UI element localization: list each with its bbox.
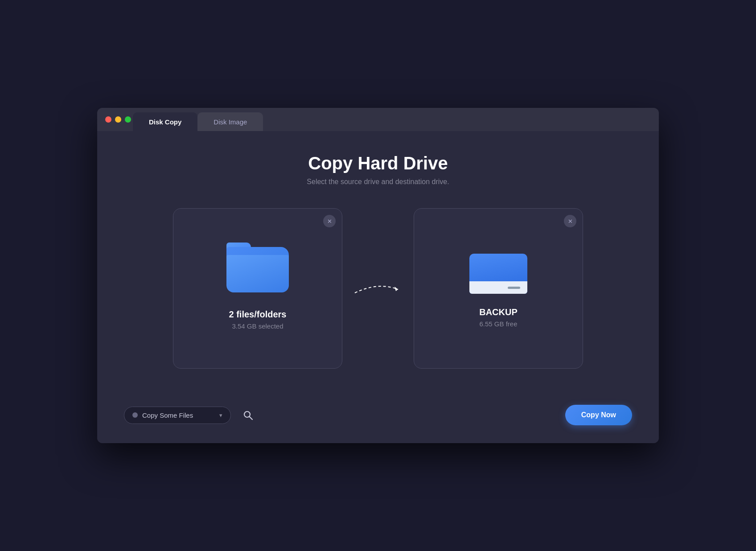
source-close-icon: ✕ — [327, 218, 332, 225]
destination-close-icon: ✕ — [568, 218, 573, 225]
svg-marker-0 — [394, 287, 398, 291]
minimize-button[interactable] — [115, 116, 121, 123]
close-button[interactable] — [105, 116, 111, 123]
drives-row: ✕ 2 files/folders 3.54 GB selected — [124, 208, 632, 369]
source-drive-card: ✕ 2 files/folders 3.54 GB selected — [173, 208, 342, 369]
transfer-arrow — [342, 280, 414, 297]
search-button[interactable] — [238, 405, 258, 425]
page-subtitle: Select the source drive and destination … — [307, 178, 449, 186]
app-window: Disk Copy Disk Image Copy Hard Drive Sel… — [97, 108, 659, 443]
folder-icon — [226, 247, 289, 300]
tab-disk-copy[interactable]: Disk Copy — [133, 112, 197, 131]
traffic-lights — [97, 116, 131, 123]
hdd-icon — [467, 249, 530, 298]
chevron-down-icon: ▾ — [219, 412, 222, 419]
destination-drive-card: ✕ BACKUP 6.55 GB free — [414, 208, 583, 369]
svg-line-2 — [250, 417, 253, 420]
main-content: Copy Hard Drive Select the source drive … — [97, 131, 659, 443]
hdd-base — [469, 281, 527, 294]
page-title: Copy Hard Drive — [308, 153, 448, 173]
source-drive-detail: 3.54 GB selected — [232, 322, 283, 330]
destination-close-button[interactable]: ✕ — [564, 215, 576, 227]
hdd-slot — [508, 287, 520, 289]
folder-front — [226, 255, 289, 292]
mode-dot-icon — [132, 412, 138, 418]
source-drive-name: 2 files/folders — [229, 309, 287, 320]
titlebar: Disk Copy Disk Image — [97, 108, 659, 131]
tab-disk-image[interactable]: Disk Image — [197, 112, 263, 131]
destination-drive-detail: 6.55 GB free — [479, 320, 517, 328]
destination-drive-name: BACKUP — [479, 307, 518, 317]
bottom-bar: Copy Some Files ▾ Copy Now — [124, 396, 632, 425]
search-icon — [242, 410, 253, 420]
mode-label: Copy Some Files — [142, 411, 215, 419]
dashed-arrow-svg — [351, 280, 405, 297]
hdd-body — [469, 254, 527, 294]
copy-now-button[interactable]: Copy Now — [565, 405, 632, 425]
maximize-button[interactable] — [125, 116, 131, 123]
tabs: Disk Copy Disk Image — [133, 108, 263, 131]
source-close-button[interactable]: ✕ — [323, 215, 336, 227]
copy-mode-dropdown[interactable]: Copy Some Files ▾ — [124, 407, 231, 424]
